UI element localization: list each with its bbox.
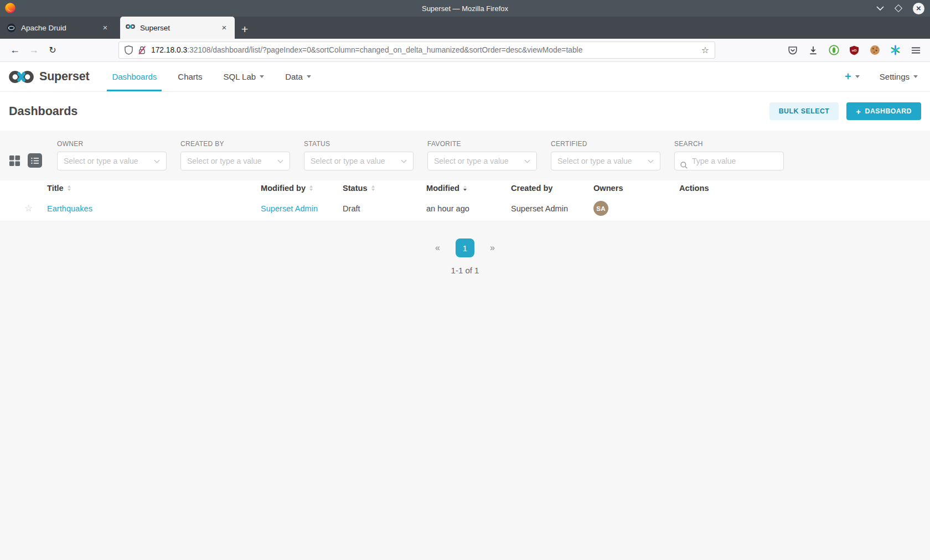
window-title: Superset — Mozilla Firefox xyxy=(0,4,930,13)
druid-icon xyxy=(7,23,16,33)
chevron-down-icon xyxy=(154,159,160,163)
app-navbar: Superset Dashboards Charts SQL Lab Data … xyxy=(0,62,930,92)
sort-icon xyxy=(371,185,375,191)
tab-apache-druid[interactable]: Apache Druid × xyxy=(1,17,116,39)
owner-filter-select[interactable]: Select or type a value xyxy=(57,152,167,170)
insecure-lock-icon[interactable] xyxy=(138,45,146,55)
sort-icon xyxy=(68,185,71,191)
dashboards-table: Title Modified by Status Modified Create… xyxy=(0,180,930,221)
modified-by-link[interactable]: Superset Admin xyxy=(261,204,318,213)
table-row: ☆ Earthquakes Superset Admin Draft an ho… xyxy=(0,196,930,221)
cookie-icon[interactable] xyxy=(869,45,880,56)
chevron-down-icon xyxy=(648,159,654,163)
favorite-filter-select[interactable]: Select or type a value xyxy=(427,152,537,170)
column-header-actions: Actions xyxy=(679,184,930,193)
chevron-down-icon xyxy=(260,75,264,78)
sort-icon xyxy=(309,185,313,191)
filter-bar: OWNER Select or type a value CREATED BY … xyxy=(0,131,930,180)
filter-label-favorite: FAVORITE xyxy=(427,140,537,148)
status-value: Draft xyxy=(343,204,426,213)
column-header-owners: Owners xyxy=(593,184,679,193)
column-header-created-by: Created by xyxy=(511,184,593,193)
favorite-star-icon[interactable]: ☆ xyxy=(24,203,33,214)
nav-item-dashboards[interactable]: Dashboards xyxy=(101,62,167,91)
search-input[interactable] xyxy=(674,152,784,170)
column-header-modified-by[interactable]: Modified by xyxy=(261,184,343,193)
window-minimize-icon[interactable] xyxy=(876,6,884,11)
column-header-status[interactable]: Status xyxy=(343,184,426,193)
window-titlebar: Superset — Mozilla Firefox × xyxy=(0,0,930,17)
close-tab-icon[interactable]: × xyxy=(219,23,229,33)
card-view-toggle[interactable] xyxy=(9,155,20,167)
page-1-button[interactable]: 1 xyxy=(456,238,474,257)
ublock-icon[interactable]: uO xyxy=(849,45,860,56)
new-dashboard-button[interactable]: +DASHBOARD xyxy=(846,102,921,120)
bookmark-star-icon[interactable]: ☆ xyxy=(701,45,709,55)
chevron-down-icon xyxy=(401,159,407,163)
chevron-down-icon xyxy=(913,75,918,78)
page-title: Dashboards xyxy=(9,105,78,118)
superset-tab-icon xyxy=(126,23,135,33)
filter-label-search: SEARCH xyxy=(674,140,784,148)
pagination: « 1 » 1-1 of 1 xyxy=(0,238,930,275)
dashboard-title-link[interactable]: Earthquakes xyxy=(47,204,92,213)
chevron-down-icon xyxy=(524,159,530,163)
sort-desc-icon xyxy=(463,185,467,191)
address-bar[interactable]: 172.18.0.3:32108/dashboard/list/?pageInd… xyxy=(118,42,715,59)
new-item-menu[interactable]: + xyxy=(845,70,860,83)
downloads-icon[interactable] xyxy=(808,45,819,56)
brand-name: Superset xyxy=(39,70,89,84)
forward-button[interactable]: → xyxy=(24,42,43,59)
chevron-down-icon xyxy=(855,75,860,78)
settings-menu[interactable]: Settings xyxy=(880,72,918,81)
pagination-summary: 1-1 of 1 xyxy=(451,266,479,275)
certified-filter-select[interactable]: Select or type a value xyxy=(551,152,660,170)
firefox-icon xyxy=(4,2,16,14)
prev-page-button[interactable]: « xyxy=(431,241,445,255)
created-by-value: Superset Admin xyxy=(511,204,593,213)
chevron-down-icon xyxy=(307,75,311,78)
svg-text:uO: uO xyxy=(852,48,857,52)
page-header: Dashboards BULK SELECT +DASHBOARD xyxy=(0,92,930,131)
plus-icon: + xyxy=(856,107,861,116)
status-filter-select[interactable]: Select or type a value xyxy=(304,152,414,170)
extension-green-icon[interactable] xyxy=(828,45,839,56)
extension-asterisk-icon[interactable] xyxy=(890,45,901,56)
chevron-down-icon xyxy=(277,159,283,163)
column-header-modified[interactable]: Modified xyxy=(426,184,511,193)
superset-logo[interactable]: Superset xyxy=(0,62,97,91)
nav-item-sql-lab[interactable]: SQL Lab xyxy=(213,62,275,91)
browser-toolbar: ← → ↻ 172.18.0.3:32108/dashboard/list/?p… xyxy=(0,39,930,62)
nav-item-data[interactable]: Data xyxy=(275,62,322,91)
next-page-button[interactable]: » xyxy=(485,241,499,255)
reload-button[interactable]: ↻ xyxy=(43,42,62,59)
nav-item-charts[interactable]: Charts xyxy=(167,62,213,91)
search-icon xyxy=(680,161,688,172)
bulk-select-button[interactable]: BULK SELECT xyxy=(769,102,839,120)
tracking-shield-icon[interactable] xyxy=(125,45,133,55)
filter-label-status: STATUS xyxy=(304,140,414,148)
url-text[interactable]: 172.18.0.3:32108/dashboard/list/?pageInd… xyxy=(151,46,696,54)
filter-label-owner: OWNER xyxy=(57,140,167,148)
tab-bar: Apache Druid × Superset × + xyxy=(0,17,930,39)
content-area: OWNER Select or type a value CREATED BY … xyxy=(0,131,930,560)
window-close-icon[interactable]: × xyxy=(913,3,924,14)
tab-superset[interactable]: Superset × xyxy=(120,17,235,39)
filter-label-certified: CERTIFIED xyxy=(551,140,660,148)
column-header-title[interactable]: Title xyxy=(47,184,261,193)
table-header-row: Title Modified by Status Modified Create… xyxy=(0,180,930,196)
menu-hamburger-icon[interactable] xyxy=(910,45,921,56)
modified-value: an hour ago xyxy=(426,204,511,213)
pocket-icon[interactable] xyxy=(787,45,798,56)
window-maximize-icon[interactable] xyxy=(896,6,901,11)
close-tab-icon[interactable]: × xyxy=(100,23,110,33)
list-view-toggle[interactable] xyxy=(28,153,42,168)
new-tab-button[interactable]: + xyxy=(241,23,248,35)
filter-label-created-by: CREATED BY xyxy=(180,140,290,148)
created-by-filter-select[interactable]: Select or type a value xyxy=(180,152,290,170)
superset-infinity-icon xyxy=(9,70,34,84)
back-button[interactable]: ← xyxy=(6,42,24,59)
owner-avatar[interactable]: SA xyxy=(593,201,608,216)
